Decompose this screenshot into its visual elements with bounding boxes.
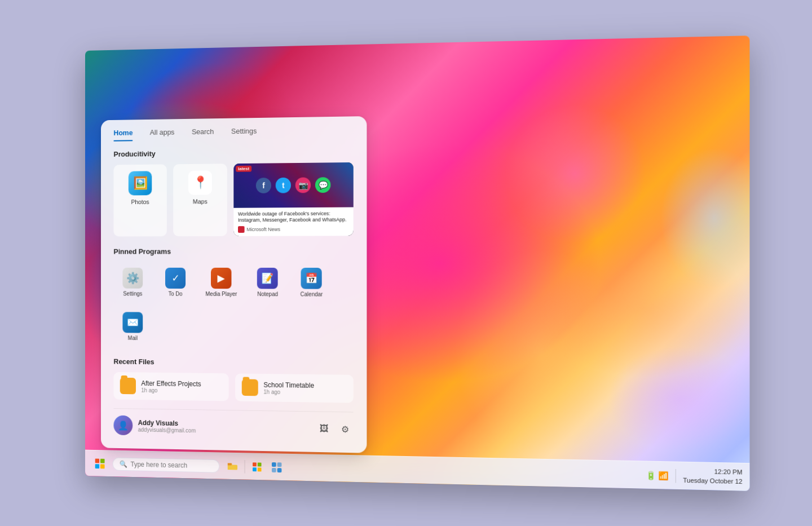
windows-logo: [95, 458, 105, 468]
pinned-mail[interactable]: ✉️ Mail: [113, 306, 152, 346]
time-display: 12:20 PM: [683, 467, 742, 477]
settings-icon: ⚙️: [122, 267, 143, 288]
photos-label: Photos: [131, 198, 149, 205]
recent-info-school: School Timetable 1h ago: [263, 381, 347, 396]
mediaplayer-label: Media Player: [205, 290, 237, 297]
news-headline: Worldwide outage of Facebook's services:…: [238, 210, 349, 224]
todo-icon: ✓: [165, 267, 186, 288]
news-tile-image: latest f t 📷 💬: [233, 162, 353, 207]
maps-label: Maps: [193, 198, 208, 205]
pinned-todo[interactable]: ✓ To Do: [156, 262, 195, 302]
tab-search[interactable]: Search: [192, 127, 214, 140]
instagram-icon: 📷: [295, 177, 311, 193]
recent-time-after-effects: 1h ago: [141, 387, 222, 394]
news-social-icons: f t 📷 💬: [256, 176, 331, 193]
user-actions: 🖼 ⚙: [316, 420, 354, 437]
tab-all-apps[interactable]: All apps: [150, 127, 175, 140]
productivity-grid: 🖼️ Photos 📍 Maps latest f t 📷: [113, 162, 353, 236]
news-info: Worldwide outage of Facebook's services:…: [233, 207, 353, 236]
pinned-notepad[interactable]: 📝 Notepad: [248, 262, 288, 303]
battery-icon: 🔋: [646, 470, 656, 480]
sys-tray: 🔋 📶: [646, 470, 668, 480]
recent-after-effects[interactable]: After Effects Projects 1h ago: [113, 372, 228, 400]
pinned-calendar[interactable]: 📅 Calendar: [292, 262, 331, 303]
notepad-icon: 📝: [257, 267, 278, 289]
twitter-icon: t: [276, 177, 291, 193]
mail-icon: ✉️: [122, 312, 143, 333]
tab-settings[interactable]: Settings: [231, 126, 257, 139]
notepad-label: Notepad: [257, 291, 278, 297]
tab-home[interactable]: Home: [113, 128, 133, 141]
svg-rect-5: [253, 467, 257, 471]
search-bar[interactable]: 🔍: [113, 457, 220, 472]
news-source: Microsoft News: [238, 226, 349, 233]
svg-rect-4: [258, 462, 262, 466]
svg-rect-2: [228, 462, 232, 465]
svg-rect-6: [258, 467, 262, 471]
screen-wrapper: Home All apps Search Settings Producitiv…: [85, 36, 750, 491]
start-menu: Home All apps Search Settings Producitiv…: [101, 116, 367, 453]
recent-grid: After Effects Projects 1h ago School Tim…: [113, 372, 353, 403]
svg-rect-8: [277, 462, 282, 466]
start-button[interactable]: [91, 454, 108, 472]
search-icon: 🔍: [120, 459, 127, 467]
svg-rect-3: [253, 462, 257, 466]
recent-name-after-effects: After Effects Projects: [141, 379, 222, 388]
whatsapp-icon: 💬: [315, 176, 330, 192]
wifi-icon: 📶: [658, 470, 668, 480]
mediaplayer-icon: ▶: [211, 267, 231, 288]
todo-label: To Do: [169, 290, 183, 297]
settings-label: Settings: [123, 290, 142, 297]
app-tile-maps[interactable]: 📍 Maps: [173, 163, 227, 236]
recent-school-timetable[interactable]: School Timetable 1h ago: [235, 373, 354, 403]
start-menu-tabs: Home All apps Search Settings: [101, 116, 367, 141]
folder-icon-school: [242, 379, 258, 396]
user-settings-button[interactable]: ⚙: [337, 420, 354, 437]
news-source-label: Microsoft News: [246, 226, 280, 232]
news-tile[interactable]: latest f t 📷 💬 Worldwide outage of Faceb…: [233, 162, 353, 236]
user-avatar: 👤: [113, 415, 133, 435]
recent-time-school: 1h ago: [263, 388, 347, 396]
gallery-button[interactable]: 🖼: [316, 420, 332, 437]
svg-rect-7: [272, 462, 276, 466]
folder-icon-after-effects: [120, 377, 136, 394]
photos-icon: 🖼️: [129, 171, 152, 195]
app-tile-photos[interactable]: 🖼️ Photos: [113, 164, 166, 236]
productivity-title: Producitivity: [113, 147, 353, 158]
recent-name-school: School Timetable: [263, 381, 347, 390]
user-row: 👤 Addy Visuals addyvisuals@gmail.com 🖼 ⚙: [113, 408, 353, 441]
svg-rect-9: [272, 467, 276, 472]
recent-info-after-effects: After Effects Projects 1h ago: [141, 379, 222, 394]
pinned-grid: ⚙️ Settings ✓ To Do ▶ Media Player 📝 Not…: [113, 262, 353, 348]
start-content: Producitivity 🖼️ Photos 📍 Maps latest: [101, 138, 367, 453]
recent-title: Recent Files: [113, 357, 353, 368]
maps-icon: 📍: [188, 170, 212, 195]
taskbar-divider: [245, 459, 245, 473]
taskbar-right: 🔋 📶 12:20 PM Tuesday October 12: [646, 466, 743, 485]
taskbar-pinned-icons: [224, 457, 285, 476]
pinned-title: Pinned Programs: [113, 247, 353, 255]
news-logo-icon: [238, 226, 245, 233]
pinned-mediaplayer[interactable]: ▶ Media Player: [199, 262, 244, 303]
pinned-settings[interactable]: ⚙️ Settings: [113, 262, 152, 302]
mail-label: Mail: [128, 335, 138, 341]
tray-divider: [676, 468, 676, 483]
svg-rect-10: [277, 467, 282, 472]
facebook-icon: f: [256, 177, 271, 193]
taskbar-file-explorer[interactable]: [224, 457, 241, 475]
taskbar-store[interactable]: [248, 457, 266, 475]
datetime: 12:20 PM Tuesday October 12: [683, 467, 742, 486]
date-display: Tuesday October 12: [683, 475, 742, 485]
taskbar-widgets[interactable]: [268, 458, 285, 476]
calendar-label: Calendar: [301, 291, 323, 297]
news-badge: latest: [236, 165, 251, 171]
search-input[interactable]: [131, 460, 206, 469]
user-info: Addy Visuals addyvisuals@gmail.com: [138, 418, 316, 435]
calendar-icon: 📅: [301, 267, 322, 289]
